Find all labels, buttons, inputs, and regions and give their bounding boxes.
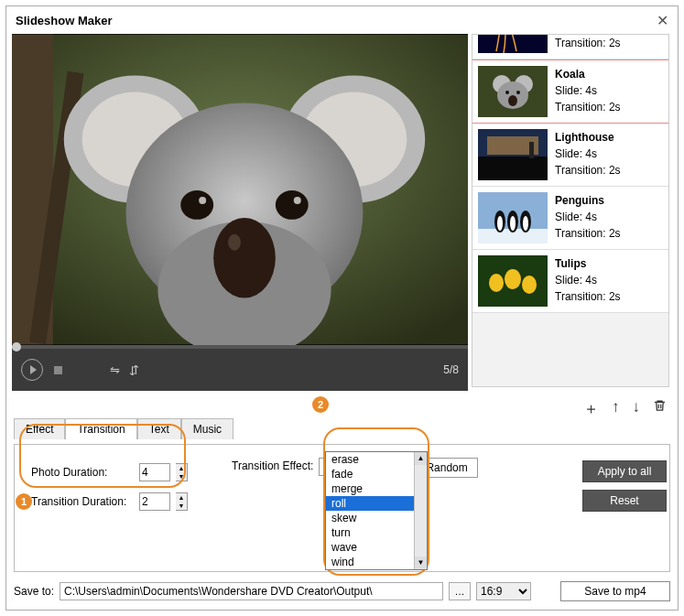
svg-point-31 [497, 216, 503, 231]
photo-dur-down[interactable]: ▼ [176, 472, 187, 481]
svg-point-39 [522, 276, 537, 294]
annotation-badge-2: 2 [312, 396, 329, 413]
list-item[interactable]: Lighthouse Slide: 4s Transition: 2s [472, 124, 668, 187]
save-path-input[interactable] [60, 582, 443, 600]
aspect-ratio-select[interactable]: 16:9 [476, 582, 531, 600]
item-name: Koala [555, 66, 621, 82]
option-turn[interactable]: turn [326, 525, 427, 540]
svg-point-11 [276, 190, 309, 220]
dropdown-scrollbar[interactable]: ▲ ▼ [414, 452, 427, 569]
duration-group: Photo Duration: ▲▼ Transition Duration: … [24, 458, 195, 516]
move-up-icon[interactable]: ↑ [612, 398, 620, 419]
thumb-jellyfish [478, 34, 548, 53]
list-item[interactable]: Tulips Slide: 4s Transition: 2s [472, 250, 668, 313]
svg-point-33 [510, 216, 516, 231]
item-name: Lighthouse [555, 129, 621, 146]
svg-point-21 [508, 95, 517, 106]
save-to-mp4-button[interactable]: Save to mp4 [560, 581, 670, 601]
item-slide-dur: Slide: 4s [555, 82, 621, 99]
item-slide-dur: Slide: 4s [555, 146, 621, 162]
close-icon[interactable]: ✕ [657, 12, 668, 29]
photo-duration-input[interactable] [139, 463, 170, 481]
trans-dur-up[interactable]: ▲ [176, 493, 187, 502]
browse-button[interactable]: … [449, 582, 471, 600]
photo-duration-label: Photo Duration: [31, 466, 134, 479]
titlebar: Slideshow Maker ✕ [6, 6, 678, 34]
slide-counter: 5/8 [443, 363, 459, 376]
option-roll[interactable]: roll [326, 496, 427, 511]
svg-point-14 [228, 234, 241, 251]
svg-point-13 [213, 218, 276, 298]
tab-music[interactable]: Music [181, 418, 233, 439]
option-wave[interactable]: wave [326, 540, 427, 555]
item-trans-dur: Transition: 2s [555, 99, 621, 115]
item-name: Tulips [555, 255, 621, 272]
option-erase[interactable]: erase [326, 452, 427, 467]
list-item[interactable]: Jellyfish Slide: 4s Transition: 2s [472, 34, 668, 59]
svg-point-35 [523, 216, 528, 231]
option-skew[interactable]: skew [326, 511, 427, 525]
tab-text[interactable]: Text [137, 418, 181, 439]
move-down-icon[interactable]: ↓ [633, 398, 641, 419]
option-merge[interactable]: merge [326, 481, 427, 496]
list-item[interactable]: Koala Slide: 4s Transition: 2s [472, 59, 668, 124]
svg-point-37 [489, 274, 504, 292]
tabs-row: Effect Transition Text Music [14, 418, 670, 439]
stop-button[interactable] [54, 366, 62, 374]
svg-point-22 [505, 91, 509, 94]
transition-duration-label: Transition Duration: [31, 495, 134, 508]
item-slide-dur: Slide: 4s [555, 209, 621, 225]
apply-to-all-button[interactable]: Apply to all [582, 460, 667, 482]
svg-point-10 [199, 197, 206, 204]
svg-point-38 [505, 269, 521, 289]
thumb-lighthouse [478, 129, 548, 180]
add-icon[interactable]: ＋ [583, 398, 599, 419]
controls-bar: ⇋ ⇵ 5/8 [12, 349, 468, 391]
list-item[interactable]: Penguins Slide: 4s Transition: 2s [472, 187, 668, 250]
item-slide-dur: Slide: 4s [555, 272, 621, 288]
thumb-koala [478, 66, 548, 117]
svg-point-23 [516, 91, 520, 94]
tab-effect[interactable]: Effect [14, 418, 65, 439]
save-row: Save to: … 16:9 Save to mp4 [6, 572, 678, 601]
transition-effect-label: Transition Effect: [232, 458, 313, 472]
item-trans-dur: Transition: 2s [555, 288, 621, 305]
option-wind[interactable]: wind [326, 555, 427, 569]
svg-point-9 [180, 190, 213, 220]
list-actions: ＋ ↑ ↓ [6, 391, 678, 419]
preview-column: ⇋ ⇵ 5/8 [12, 34, 468, 391]
delete-icon[interactable] [653, 398, 667, 419]
option-fade[interactable]: fade [326, 467, 427, 481]
svg-rect-25 [478, 157, 548, 180]
flip-vertical-icon[interactable]: ⇵ [129, 363, 139, 377]
item-trans-dur: Transition: 2s [555, 225, 621, 242]
trans-dur-down[interactable]: ▼ [176, 502, 187, 510]
window-title: Slideshow Maker [16, 14, 112, 27]
save-to-label: Save to: [14, 585, 54, 598]
play-button[interactable] [21, 359, 43, 381]
item-trans-dur: Transition: 2s [555, 35, 621, 51]
slide-list[interactable]: Jellyfish Slide: 4s Transition: 2s Koala… [472, 34, 669, 387]
thumb-penguins [478, 192, 548, 243]
photo-dur-up[interactable]: ▲ [176, 464, 187, 472]
item-name: Penguins [555, 192, 621, 209]
tab-transition[interactable]: Transition [65, 418, 136, 439]
preview-image [12, 34, 468, 345]
flip-horizontal-icon[interactable]: ⇋ [110, 363, 120, 377]
svg-rect-27 [529, 142, 534, 158]
thumb-tulips [478, 255, 548, 307]
annotation-badge-1: 1 [16, 493, 32, 510]
preview-stage [12, 34, 468, 345]
transition-effect-dropdown[interactable]: erase fade merge roll skew turn wave win… [325, 451, 428, 570]
seek-thumb[interactable] [12, 342, 21, 351]
svg-point-12 [294, 197, 301, 204]
reset-button[interactable]: Reset [582, 490, 667, 512]
transition-duration-input[interactable] [139, 492, 170, 511]
item-trans-dur: Transition: 2s [555, 162, 621, 178]
